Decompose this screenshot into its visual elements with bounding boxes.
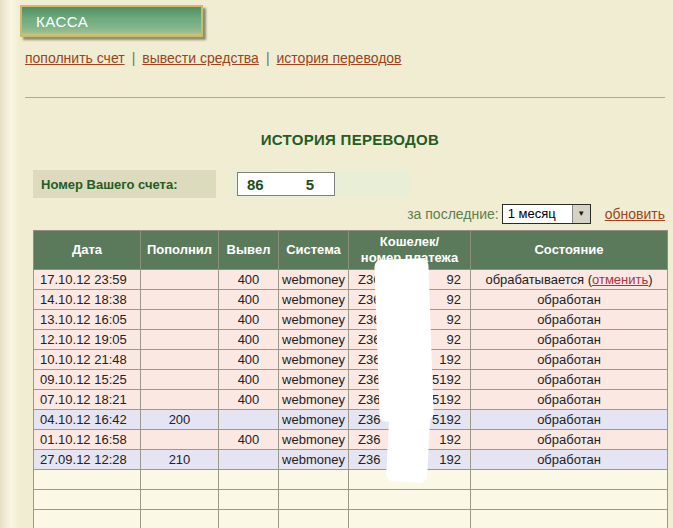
wallet-suffix: 92 [447,292,461,307]
cell-date: 01.10.12 16:58 [34,430,141,450]
table-row: 01.10.12 16:58400webmoneyZ36192обработан [34,430,668,450]
cell-deposited: 200 [141,410,219,430]
cell-date: 13.10.12 16:05 [34,310,141,330]
left-margin-strip [0,0,20,528]
cell-system: webmoney [279,370,349,390]
account-value-prefix: 86 [247,176,264,193]
cashier-page: КАССА пополнить счет|вывести средства|ис… [0,0,673,528]
cell-system: webmoney [279,390,349,410]
header-deposited: Пополнил [141,231,219,270]
cashier-banner: КАССА [20,5,203,37]
period-filter: за последние: 1 месяц ▼ обновить [407,203,665,224]
nav-link-history[interactable]: история переводов [277,50,402,66]
chevron-down-icon[interactable]: ▼ [572,205,590,223]
header-system: Система [279,231,349,270]
table-row: 17.10.12 23:59400webmoneyZ3692обрабатыва… [34,270,668,290]
transfer-history-table: Дата Пополнил Вывел Система Кошелек/ ном… [33,230,668,528]
cell-deposited [141,270,219,290]
cell-withdrew: 400 [219,370,279,390]
empty-cell [279,470,349,490]
cell-withdrew: 400 [219,270,279,290]
period-select[interactable]: 1 месяц ▼ [502,204,591,224]
nav-link-withdraw[interactable]: вывести средства [142,50,259,66]
cell-status: обрабатывается (отменить) [471,270,668,290]
header-date: Дата [34,231,141,270]
empty-cell [141,490,219,510]
empty-cell [141,510,219,528]
wallet-suffix: 5192 [432,372,461,387]
banner-title: КАССА [36,13,88,30]
empty-cell [219,510,279,528]
cell-date: 27.09.12 12:28 [34,450,141,470]
cell-system: webmoney [279,270,349,290]
refresh-link[interactable]: обновить [605,206,665,222]
nav-separator: | [132,50,136,66]
account-number-strip: 86 5 [232,170,410,198]
cell-withdrew [219,450,279,470]
table-row: 14.10.12 18:38400webmoneyZ3692обработан [34,290,668,310]
wallet-suffix: 192 [439,352,461,367]
cell-date: 12.10.12 19:05 [34,330,141,350]
cell-status: обработан [471,370,668,390]
empty-cell [471,490,668,510]
wallet-prefix: Z36 [358,432,380,447]
empty-cell [34,490,141,510]
table-row: 04.10.12 16:42200webmoneyZ365192обработа… [34,410,668,430]
cell-withdrew: 400 [219,290,279,310]
cell-deposited [141,390,219,410]
cell-date: 14.10.12 18:38 [34,290,141,310]
empty-cell [349,510,471,528]
cell-system: webmoney [279,290,349,310]
empty-row [34,490,668,510]
period-filter-label: за последние: [407,206,499,222]
period-select-value: 1 месяц [503,205,572,223]
nav-link-topup[interactable]: пополнить счет [25,50,125,66]
wallet-suffix: 92 [447,272,461,287]
cell-deposited [141,370,219,390]
cell-date: 04.10.12 16:42 [34,410,141,430]
cell-date: 09.10.12 15:25 [34,370,141,390]
empty-cell [34,470,141,490]
cell-deposited: 210 [141,450,219,470]
empty-cell [219,490,279,510]
cell-system: webmoney [279,430,349,450]
account-value-suffix: 5 [306,176,314,193]
cell-system: webmoney [279,450,349,470]
history-table-body: 17.10.12 23:59400webmoneyZ3692обрабатыва… [34,270,668,528]
table-header: Дата Пополнил Вывел Система Кошелек/ ном… [34,231,668,270]
cell-system: webmoney [279,330,349,350]
cell-date: 07.10.12 18:21 [34,390,141,410]
account-number-input[interactable]: 86 5 [237,172,335,196]
empty-cell [349,490,471,510]
cell-date: 17.10.12 23:59 [34,270,141,290]
nav-separator: | [266,50,270,66]
cell-status: обработан [471,430,668,450]
cell-deposited [141,290,219,310]
header-withdrew: Вывел [219,231,279,270]
page-title: ИСТОРИЯ ПЕРЕВОДОВ [33,131,667,148]
cell-withdrew: 400 [219,390,279,410]
table-row: 12.10.12 19:05400webmoneyZ36092обработан [34,330,668,350]
cell-deposited [141,430,219,450]
empty-row [34,510,668,528]
cell-withdrew: 400 [219,310,279,330]
cell-date: 10.10.12 21:48 [34,350,141,370]
table-row: 27.09.12 12:28210webmoneyZ36192обработан [34,450,668,470]
wallet-prefix: Z36 [358,452,380,467]
empty-row [34,470,668,490]
wallet-suffix: 192 [439,432,461,447]
table-row: 13.10.12 16:05400webmoneyZ3692обработан [34,310,668,330]
header-status: Состояние [471,231,668,270]
cell-status: обработан [471,450,668,470]
cell-system: webmoney [279,310,349,330]
empty-cell [471,470,668,490]
empty-cell [471,510,668,528]
table-row: 10.10.12 21:48400webmoneyZ366192обработа… [34,350,668,370]
wallet-suffix: 5192 [432,392,461,407]
cell-deposited [141,330,219,350]
cell-withdrew: 400 [219,350,279,370]
account-number-label: Номер Вашего счета: [33,170,216,198]
cancel-link[interactable]: отменить [592,272,648,287]
wallet-suffix: 92 [447,312,461,327]
cell-system: webmoney [279,410,349,430]
